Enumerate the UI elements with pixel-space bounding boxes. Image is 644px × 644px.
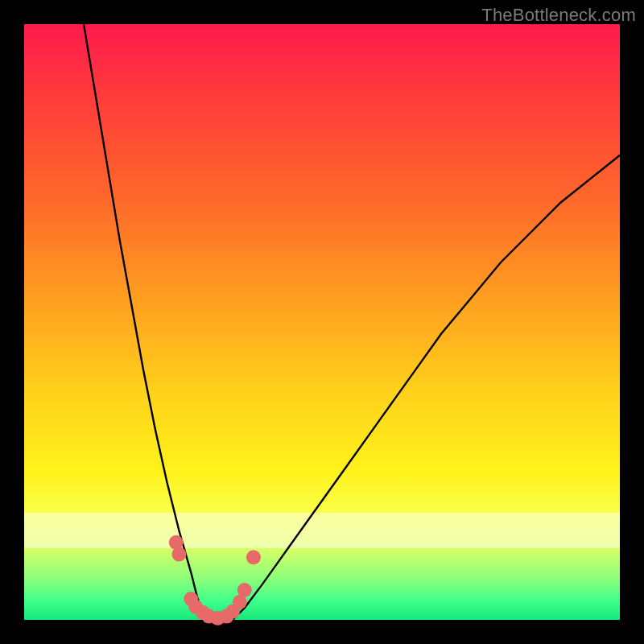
marker-dot [246, 550, 261, 564]
marker-group [169, 535, 261, 625]
watermark-text: TheBottleneck.com [481, 5, 636, 26]
plot-area [24, 24, 620, 620]
chart-svg [24, 24, 620, 620]
outer-frame: TheBottleneck.com [0, 0, 644, 644]
marker-dot [237, 583, 252, 597]
marker-dot [171, 547, 186, 562]
curve-left [84, 24, 208, 620]
curve-right [233, 155, 620, 620]
